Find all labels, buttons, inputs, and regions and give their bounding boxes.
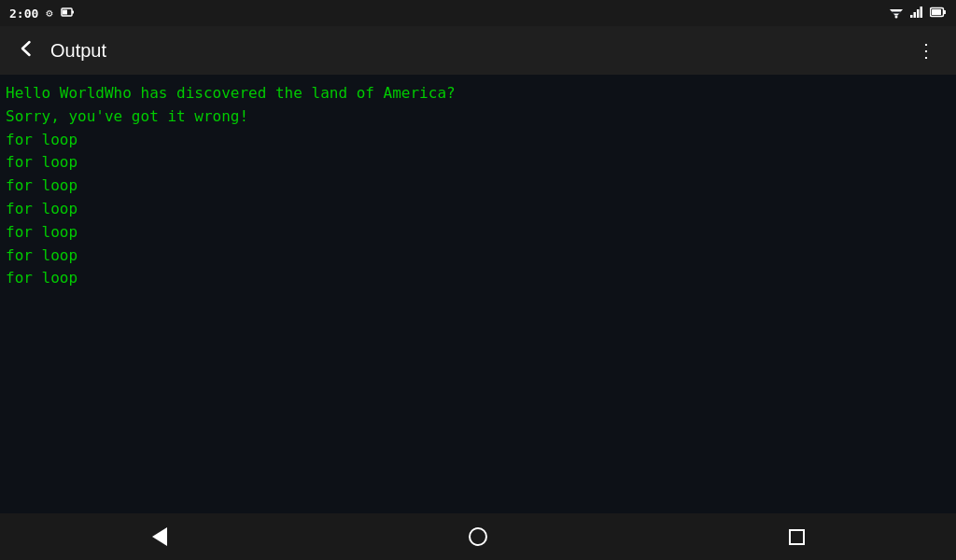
app-bar-left: Output [11,34,106,68]
output-line-7: for loop [6,245,950,268]
output-line-1: Sorry, you've got it wrong! [6,105,950,129]
output-line-8: for loop [6,267,950,290]
svg-rect-14 [932,9,941,15]
battery-status-icon [61,6,74,21]
svg-rect-10 [917,9,920,18]
nav-home-button[interactable] [455,513,501,560]
signal-icon [909,6,924,21]
output-line-6: for loop [6,221,950,245]
back-button[interactable] [11,34,41,68]
svg-rect-1 [72,10,74,13]
output-line-4: for loop [6,175,950,198]
svg-point-7 [895,15,898,18]
output-area: Hello WorldWho has discovered the land o… [0,75,956,513]
menu-button[interactable]: ⋮ [909,42,945,59]
svg-rect-8 [910,15,913,18]
svg-rect-9 [914,12,917,18]
output-line-2: for loop [6,129,950,152]
output-line-5: for loop [6,198,950,221]
app-bar: Output ⋮ [0,26,956,75]
status-bar: 2:00 ⚙ [0,0,956,26]
nav-back-button[interactable] [136,513,183,560]
settings-icon: ⚙ [46,7,52,20]
app-title: Output [50,40,106,62]
output-line-0: Hello WorldWho has discovered the land o… [6,82,950,105]
svg-rect-2 [63,9,67,14]
status-time: 2:00 [9,7,38,21]
nav-bar [0,513,956,560]
battery-icon [930,7,947,21]
output-line-3: for loop [6,151,950,175]
wifi-icon [889,6,904,21]
status-right [889,6,947,21]
status-left: 2:00 ⚙ [9,6,74,21]
nav-recents-button[interactable] [773,513,820,560]
svg-rect-11 [921,7,923,18]
svg-rect-13 [944,10,947,14]
